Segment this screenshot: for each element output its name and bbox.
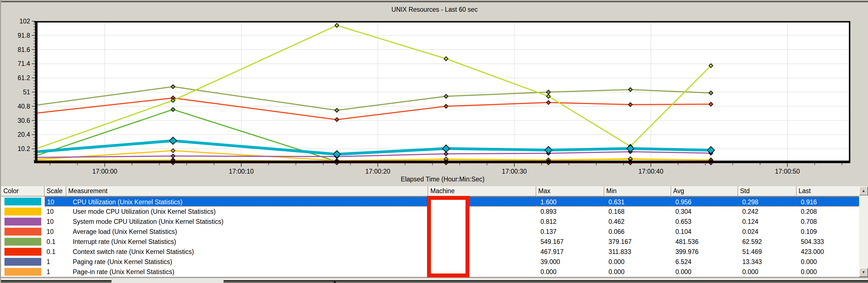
column-header-min[interactable]: Min (604, 187, 671, 197)
y-axis-tick-label: 91.8 (18, 32, 30, 39)
x-axis-tick-label: 17:00:10 (229, 168, 254, 175)
bottom-pane-row (0, 280, 868, 283)
avg-value: 0.956 (671, 197, 738, 206)
last-value: 423.000 (796, 247, 860, 257)
std-value: 51.469 (738, 247, 796, 257)
table-scrollbar[interactable]: ▲ ▼ (859, 187, 868, 277)
x-axis-tick-label: 17:00:20 (366, 168, 391, 175)
window-top-edge (0, 0, 868, 2)
y-axis-tick-label: 102 (20, 18, 30, 25)
std-value: 0.024 (738, 227, 796, 237)
series-color-swatch (4, 228, 41, 235)
app-window: UNIX Resources - Last 60 sec 10291.881.6… (0, 0, 868, 283)
max-value: 0.893 (536, 206, 604, 217)
measurement-name: CPU Utilization (Unix Kernel Statistics) (66, 197, 428, 206)
y-axis-tick-label: 20.4 (18, 131, 30, 138)
series-color-swatch (4, 208, 41, 216)
series-color-cell (1, 217, 44, 227)
max-value: 549.167 (536, 237, 604, 247)
series-color-cell (1, 197, 44, 206)
series-color-cell (1, 247, 44, 257)
legend-table-header: ColorScaleMeasurementMachineMaxMinAvgStd… (1, 187, 868, 197)
avg-value: 0.653 (671, 217, 738, 227)
x-axis-title: Elapsed Time (Hour:Min:Sec) (401, 175, 485, 183)
scale-value: 10 (44, 206, 66, 217)
avg-value: 399.976 (671, 247, 738, 257)
series-color-swatch (4, 238, 41, 246)
column-header-avg[interactable]: Avg (671, 187, 738, 197)
avg-value: 0.104 (671, 227, 738, 237)
series-color-cell (1, 206, 44, 217)
measurement-name: User mode CPU Utilization (Unix Kernel S… (66, 206, 428, 217)
max-value: 0.812 (536, 217, 604, 227)
min-value: 0.462 (604, 217, 671, 227)
avg-value: 6.524 (671, 257, 738, 267)
y-axis-tick-label: 81.6 (18, 46, 30, 53)
scroll-up-button[interactable]: ▲ (859, 187, 868, 195)
min-value: 0.066 (604, 227, 671, 237)
scale-value: 1 (44, 257, 66, 267)
last-value: 0.000 (796, 257, 860, 267)
last-value: 0.708 (796, 217, 860, 227)
measurement-name: Page-in rate (Unix Kernel Statistics) (66, 267, 428, 277)
chart-panel: UNIX Resources - Last 60 sec 10291.881.6… (1, 3, 868, 185)
std-value: 0.298 (738, 197, 796, 206)
column-header-std[interactable]: Std (738, 187, 796, 197)
series-color-swatch (4, 198, 41, 205)
y-axis-tick-label: 51 (23, 88, 30, 96)
measurement-name: Context switch rate (Unix Kernel Statist… (66, 247, 428, 257)
series-color-cell (1, 227, 44, 237)
scale-value: 1 (44, 267, 66, 277)
y-axis-tick-label: 71.4 (18, 60, 30, 67)
measurement-name: Interrupt rate (Unix Kernel Statistics) (66, 237, 428, 247)
std-value: 0.242 (738, 206, 796, 217)
column-header-measurement[interactable]: Measurement (66, 187, 428, 197)
column-header-machine[interactable]: Machine (428, 187, 536, 197)
std-value: 0.000 (738, 267, 796, 277)
min-value: 0.000 (604, 267, 671, 277)
scrollbar-track[interactable] (859, 195, 868, 268)
measurement-name: Average load (Unix Kernel Statistics) (66, 227, 428, 237)
y-axis-tick-label: 30.6 (18, 117, 30, 124)
avg-value: 0.304 (671, 206, 738, 217)
column-header-color[interactable]: Color (1, 187, 44, 197)
scroll-down-button[interactable]: ▼ (859, 268, 868, 277)
bottom-pane-segment-right (223, 280, 868, 283)
min-value: 0.168 (604, 206, 671, 217)
y-axis-tick-label: 10.2 (18, 145, 30, 152)
scale-value: 10 (44, 227, 66, 237)
bottom-strip (0, 277, 868, 283)
scale-value: 0.1 (44, 237, 66, 247)
std-value: 0.124 (738, 217, 796, 227)
series-color-swatch (4, 268, 41, 276)
column-header-last[interactable]: Last (796, 187, 860, 197)
annotation-box (427, 196, 469, 277)
max-value: 467.917 (536, 247, 604, 257)
y-axis-tick-label: 40.8 (18, 103, 30, 110)
avg-value: 481.536 (671, 237, 738, 247)
min-value: 0.000 (604, 257, 671, 267)
last-value: 504.333 (796, 237, 860, 247)
std-value: 62.592 (738, 237, 796, 247)
series-color-cell (1, 237, 44, 247)
min-value: 311.833 (604, 247, 671, 257)
window-left-edge (0, 0, 1, 283)
series-color-swatch (4, 258, 41, 266)
resource-graph[interactable]: 10291.881.671.461.25140.830.620.410.217:… (1, 3, 868, 185)
x-axis-tick-label: 17:00:00 (92, 168, 117, 175)
column-header-scale[interactable]: Scale (44, 187, 66, 197)
x-axis-tick-label: 17:00:40 (638, 168, 663, 175)
column-header-max[interactable]: Max (536, 187, 604, 197)
scale-value: 10 (44, 197, 66, 206)
max-value: 1.600 (536, 197, 604, 206)
x-axis-tick-label: 17:00:50 (775, 168, 800, 175)
std-value: 13.343 (738, 257, 796, 267)
series-color-cell (1, 257, 44, 267)
series-color-swatch (4, 218, 41, 226)
series-color-cell (1, 267, 44, 277)
measurement-name: Paging rate (Unix Kernel Statistics) (66, 257, 428, 267)
last-value: 0.000 (796, 267, 860, 277)
min-value: 0.631 (604, 197, 671, 206)
x-axis-tick-label: 17:00:30 (502, 168, 527, 175)
measurement-name: System mode CPU Utilization (Unix Kernel… (66, 217, 428, 227)
